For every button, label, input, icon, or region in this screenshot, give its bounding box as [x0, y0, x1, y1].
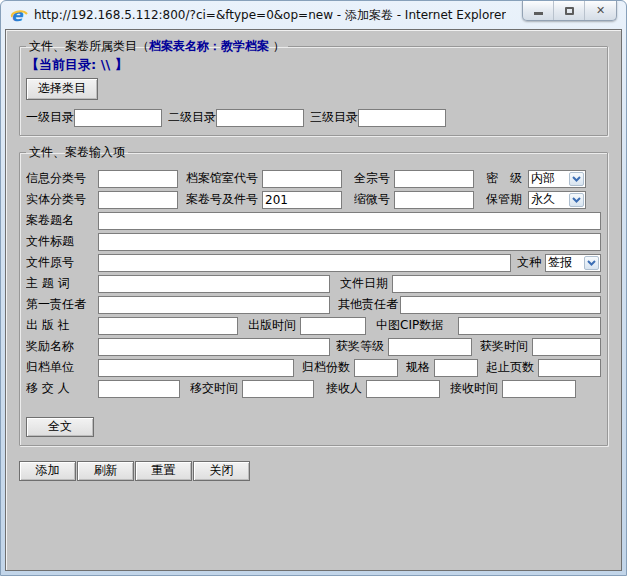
volume-title-input[interactable] [98, 212, 601, 230]
transfer-time-input[interactable] [242, 380, 314, 398]
file-number-input[interactable] [262, 191, 342, 209]
page-range-label: 起止页数 [486, 359, 538, 376]
fonds-number-label: 全宗号 [354, 170, 394, 187]
maximize-button[interactable] [554, 1, 585, 20]
doc-date-label: 文件日期 [340, 275, 392, 292]
award-name-input[interactable] [98, 338, 330, 356]
security-level-select[interactable]: 内部 [528, 170, 586, 188]
select-category-button[interactable]: 选择类目 [26, 78, 98, 100]
add-button[interactable]: 添加 [19, 461, 76, 481]
maximize-icon [565, 7, 574, 15]
level2-input[interactable] [216, 109, 304, 127]
original-number-input[interactable] [98, 254, 511, 272]
award-time-label: 获奖时间 [480, 338, 532, 355]
publisher-input[interactable] [98, 317, 238, 335]
retention-label: 保管期 [486, 191, 528, 208]
info-class-label: 信息分类号 [26, 170, 98, 187]
category-legend-prefix: 文件、案卷所属类目（ [29, 39, 149, 53]
close-icon: ✕ [596, 5, 605, 16]
archive-office-label: 档案馆室代号 [186, 170, 262, 187]
other-author-input[interactable] [400, 296, 601, 314]
doc-title-input[interactable] [98, 233, 601, 251]
subject-input[interactable] [98, 275, 330, 293]
transfer-time-label: 移交时间 [190, 380, 242, 397]
microfilm-input[interactable] [394, 191, 474, 209]
fulltext-button[interactable]: 全文 [26, 417, 94, 437]
category-legend: 文件、案卷所属类目（档案表名称：教学档案 ） [26, 38, 288, 55]
category-fieldset: 文件、案卷所属类目（档案表名称：教学档案 ） 【当前目录: \\ 】 选择类目 … [19, 38, 608, 136]
receive-time-input[interactable] [502, 380, 576, 398]
reset-button[interactable]: 重置 [135, 461, 192, 481]
level3-input[interactable] [358, 109, 446, 127]
fonds-number-input[interactable] [394, 170, 474, 188]
retention-select[interactable]: 永久 [528, 191, 586, 209]
award-time-input[interactable] [532, 338, 601, 356]
receiver-input[interactable] [366, 380, 440, 398]
archive-copies-input[interactable] [354, 359, 398, 377]
chevron-down-icon [569, 172, 584, 186]
receive-time-label: 接收时间 [450, 380, 502, 397]
cip-label: 中图CIP数据 [376, 317, 458, 334]
close-form-button[interactable]: 关闭 [193, 461, 250, 481]
original-number-label: 文件原号 [26, 254, 98, 271]
level2-label: 二级目录 [168, 109, 216, 126]
retention-value: 永久 [530, 191, 569, 208]
chevron-down-icon [569, 193, 584, 207]
chevron-down-icon [584, 256, 599, 270]
archive-unit-input[interactable] [98, 359, 294, 377]
doc-type-select[interactable]: 签报 [545, 254, 601, 272]
archive-copies-label: 归档份数 [302, 359, 354, 376]
spec-input[interactable] [434, 359, 478, 377]
security-level-value: 内部 [530, 170, 569, 187]
level1-label: 一级目录 [26, 109, 74, 126]
doc-type-label: 文种 [517, 254, 545, 271]
ie-logo-icon: e [10, 6, 28, 24]
level1-input[interactable] [74, 109, 162, 127]
input-legend: 文件、案卷输入项 [26, 144, 128, 161]
info-class-input[interactable] [98, 170, 178, 188]
publish-time-input[interactable] [300, 317, 366, 335]
security-level-label: 密 级 [486, 170, 528, 187]
doc-type-value: 签报 [547, 254, 584, 271]
doc-date-input[interactable] [392, 275, 601, 293]
minimize-icon [534, 12, 543, 15]
publisher-label: 出 版 社 [26, 317, 98, 334]
minimize-button[interactable] [523, 1, 554, 20]
category-legend-suffix: ） [269, 39, 285, 53]
first-author-label: 第一责任者 [26, 296, 98, 313]
page-content: 文件、案卷所属类目（档案表名称：教学档案 ） 【当前目录: \\ 】 选择类目 … [5, 29, 622, 571]
browser-window: e http://192.168.5.112:800/?ci=&ftype=0&… [0, 0, 627, 576]
page-range-input[interactable] [538, 359, 601, 377]
archive-office-input[interactable] [262, 170, 342, 188]
refresh-button[interactable]: 刷新 [77, 461, 134, 481]
transfer-person-label: 移 交 人 [26, 380, 98, 397]
file-number-label: 案卷号及件号 [186, 191, 262, 208]
entity-class-input[interactable] [98, 191, 178, 209]
award-level-input[interactable] [388, 338, 472, 356]
subject-label: 主 题 词 [26, 275, 98, 292]
first-author-input[interactable] [98, 296, 330, 314]
entity-class-label: 实体分类号 [26, 191, 98, 208]
window-controls: ✕ [522, 1, 617, 21]
input-fieldset: 文件、案卷输入项 信息分类号 档案馆室代号 全宗号 密 级 内部 实体分类号 案… [19, 144, 608, 446]
receiver-label: 接收人 [326, 380, 366, 397]
publish-time-label: 出版时间 [248, 317, 300, 334]
microfilm-label: 缩微号 [354, 191, 394, 208]
volume-title-label: 案卷题名 [26, 212, 98, 229]
spec-label: 规格 [406, 359, 434, 376]
cip-input[interactable] [458, 317, 601, 335]
level3-label: 三级目录 [310, 109, 358, 126]
window-title: http://192.168.5.112:800/?ci=&ftype=0&op… [34, 7, 506, 24]
archive-table-name: 档案表名称：教学档案 [149, 39, 269, 53]
other-author-label: 其他责任者 [338, 296, 400, 313]
action-bar: 添加 刷新 重置 关闭 [19, 461, 608, 481]
award-name-label: 奖励名称 [26, 338, 98, 355]
transfer-person-input[interactable] [98, 380, 180, 398]
doc-title-label: 文件标题 [26, 233, 98, 250]
award-level-label: 获奖等级 [336, 338, 388, 355]
current-directory-label: 【当前目录: \\ 】 [26, 56, 601, 74]
archive-unit-label: 归档单位 [26, 359, 98, 376]
close-button[interactable]: ✕ [585, 1, 616, 20]
